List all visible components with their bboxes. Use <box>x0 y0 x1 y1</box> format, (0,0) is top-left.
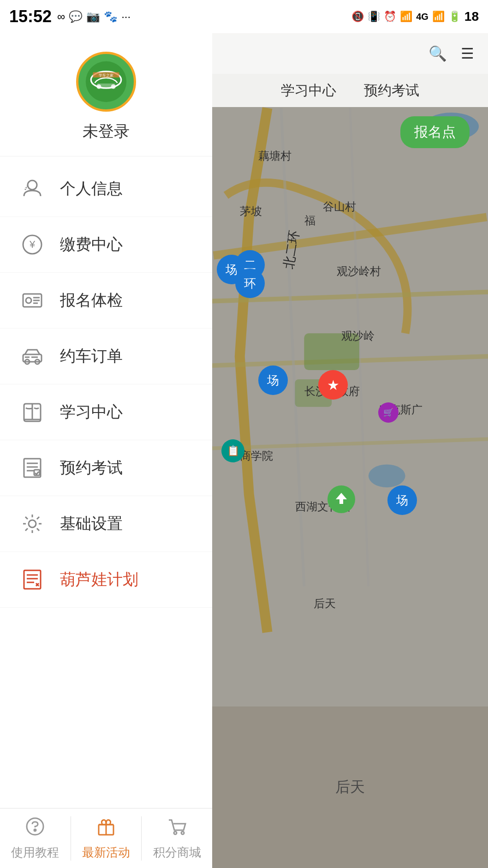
tab-shop[interactable]: 积分商城 <box>142 816 212 861</box>
subnav-exam[interactable]: 预约考试 <box>364 81 419 100</box>
status-icon-infinity: ∞ <box>57 10 65 23</box>
map-marker-green[interactable] <box>327 485 355 513</box>
sidebar-item-plan[interactable]: 葫芦娃计划 <box>0 552 212 608</box>
status-icon-signal1: 📶 <box>400 11 412 23</box>
sidebar: 学车之家 未登录 个人信息 <box>0 33 212 868</box>
id-card-icon <box>18 287 46 314</box>
status-icon-cam: 📷 <box>86 10 100 23</box>
map-marker-chang-1c[interactable]: 环 <box>235 269 265 298</box>
tab-activities[interactable]: 最新活动 <box>71 816 142 861</box>
status-icons: ∞ 💬 📷 🐾 ··· <box>57 10 131 23</box>
map-area: 🔍 ☰ 学习中心 预约考试 报名点 藕塘村 茅坡 谷山村 福 观沙岭村 观沙岭 … <box>212 33 488 868</box>
plan-icon <box>18 566 46 593</box>
tree-icon <box>333 491 350 508</box>
personal-label: 个人信息 <box>60 178 123 199</box>
car-icon <box>18 342 46 370</box>
status-icon-signal2: 📶 <box>432 11 445 23</box>
user-header[interactable]: 学车之家 未登录 <box>0 33 212 156</box>
sidebar-item-orders[interactable]: 约车订单 <box>0 329 212 384</box>
map-marker-chang-2[interactable]: 场 <box>258 365 288 395</box>
status-icon-more: ··· <box>121 10 131 23</box>
svg-rect-22 <box>24 459 41 477</box>
status-icon-battery: 🔋 <box>448 11 461 23</box>
svg-point-11 <box>26 298 31 303</box>
main-layout: 学车之家 未登录 个人信息 <box>0 33 488 868</box>
search-button[interactable]: 🔍 <box>428 45 447 62</box>
book-icon <box>18 398 46 426</box>
menu-button[interactable]: ☰ <box>461 45 474 62</box>
payment-label: 缴费中心 <box>60 234 123 255</box>
map-subnav: 学习中心 预约考试 <box>212 74 488 107</box>
map-marker-star[interactable]: ★ <box>318 370 348 400</box>
exam-icon <box>18 454 46 482</box>
status-icon-vib: 📳 <box>368 11 380 23</box>
registration-label: 报名体检 <box>60 290 123 311</box>
status-bar-right: 📵 📳 ⏰ 📶 4G 📶 🔋 18 <box>351 9 479 24</box>
sidebar-item-exam[interactable]: 预约考试 <box>0 440 212 496</box>
status-icon-phone: 📵 <box>351 11 364 23</box>
tab-activities-label: 最新活动 <box>82 844 130 861</box>
subnav-learning[interactable]: 学习中心 <box>281 81 336 100</box>
learning-label: 学习中心 <box>60 401 123 423</box>
sidebar-item-learning[interactable]: 学习中心 <box>0 384 212 440</box>
status-icon-clock: ⏰ <box>384 11 396 23</box>
svg-text:学车之家: 学车之家 <box>99 73 113 78</box>
svg-text:¥: ¥ <box>29 239 36 250</box>
gift-icon <box>96 816 116 841</box>
dim-overlay <box>212 33 488 868</box>
svg-point-27 <box>29 520 36 527</box>
svg-point-4 <box>111 84 116 89</box>
orders-label: 约车订单 <box>60 346 123 367</box>
person-icon <box>18 175 46 203</box>
status-icon-paw: 🐾 <box>104 10 118 23</box>
svg-point-33 <box>34 829 36 831</box>
status-icon-4g: 4G <box>416 12 428 22</box>
status-bar-left: 15:52 ∞ 💬 📷 🐾 ··· <box>9 7 131 26</box>
question-icon <box>25 816 45 841</box>
map-marker-chang-3[interactable]: 场 <box>387 485 417 515</box>
status-icon-msg: 💬 <box>69 10 83 23</box>
status-time: 15:52 <box>9 7 52 26</box>
settings-label: 基础设置 <box>60 513 123 534</box>
sidebar-item-settings[interactable]: 基础设置 <box>0 496 212 552</box>
status-bar: 15:52 ∞ 💬 📷 🐾 ··· 📵 📳 ⏰ 📶 4G 📶 🔋 18 <box>0 0 488 33</box>
svg-point-3 <box>97 84 101 89</box>
gear-icon <box>18 510 46 538</box>
avatar[interactable]: 学车之家 <box>76 52 136 112</box>
tab-shop-label: 积分商城 <box>153 844 201 861</box>
sidebar-item-registration[interactable]: 报名体检 <box>0 273 212 329</box>
exam-label: 预约考试 <box>60 457 123 479</box>
tab-bar: 使用教程 最新活动 <box>0 808 212 868</box>
map-marker-teal[interactable]: 📋 <box>221 439 244 462</box>
svg-point-7 <box>28 180 37 190</box>
yen-icon: ¥ <box>18 231 46 258</box>
sidebar-item-payment[interactable]: ¥ 缴费中心 <box>0 217 212 273</box>
svg-point-38 <box>181 832 184 834</box>
tab-tutorial[interactable]: 使用教程 <box>0 816 71 861</box>
user-status-label: 未登录 <box>83 121 130 142</box>
reg-button[interactable]: 报名点 <box>400 116 470 148</box>
app-logo: 学车之家 <box>85 61 127 102</box>
menu-list: 个人信息 ¥ 缴费中心 <box>0 156 212 808</box>
map-marker-purple[interactable]: 🛒 <box>378 402 399 423</box>
svg-point-37 <box>174 832 177 834</box>
map-header: 🔍 ☰ <box>212 33 488 74</box>
battery-level: 18 <box>464 9 479 24</box>
tab-tutorial-label: 使用教程 <box>11 844 59 861</box>
cart-icon <box>167 816 187 841</box>
plan-label: 葫芦娃计划 <box>60 569 138 590</box>
sidebar-item-personal[interactable]: 个人信息 <box>0 161 212 217</box>
